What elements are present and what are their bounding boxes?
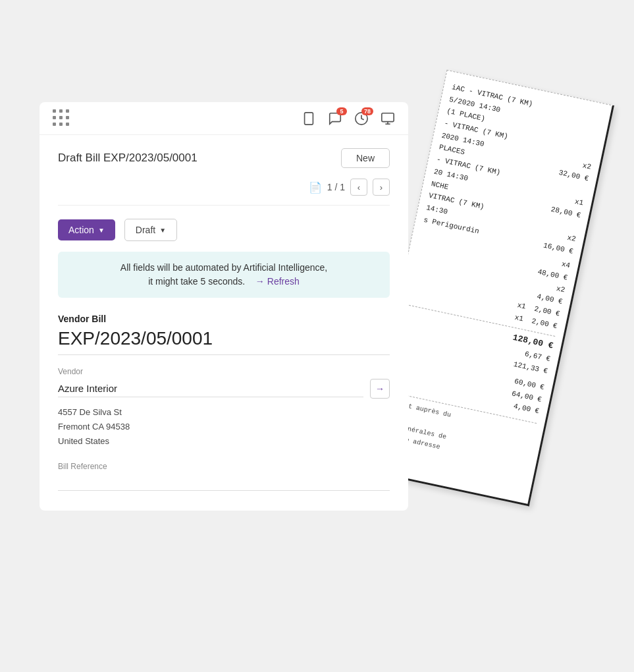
action-dropdown-arrow: ▼ — [98, 227, 105, 234]
refresh-link[interactable]: → Refresh — [255, 275, 300, 289]
phone-icon[interactable] — [302, 111, 316, 126]
chat-badge: 5 — [336, 107, 347, 115]
bill-ref-label: Bill Reference — [58, 462, 390, 471]
vendor-address: 4557 De Silva St Fremont CA 94538 United… — [58, 405, 390, 449]
next-page-button[interactable]: › — [373, 179, 390, 196]
topbar: 5 78 — [40, 102, 408, 135]
refresh-arrow-icon: → — [255, 275, 265, 289]
clock-badge: 78 — [361, 107, 373, 115]
address-line2: Fremont CA 94538 — [58, 420, 390, 434]
chevron-left-icon: ‹ — [357, 182, 360, 192]
draft-button[interactable]: Draft ▼ — [124, 219, 177, 241]
address-line1: 4557 De Silva St — [58, 405, 390, 420]
grid-icon[interactable] — [53, 109, 70, 127]
chevron-right-icon: › — [380, 182, 383, 192]
clock-icon[interactable]: 78 — [354, 111, 369, 126]
refresh-label: Refresh — [267, 275, 300, 289]
document-icon: 📄 — [309, 181, 322, 194]
screen-icon[interactable] — [381, 111, 395, 126]
breadcrumb: Draft Bill EXP/2023/05/0001 — [58, 152, 198, 165]
svg-rect-0 — [305, 112, 313, 124]
form-card: Draft Bill EXP/2023/05/0001 New 📄 1 / 1 … — [40, 135, 408, 511]
svg-rect-3 — [382, 113, 394, 121]
address-line3: United States — [58, 434, 390, 449]
page-counter: 1 / 1 — [327, 182, 345, 192]
vendor-field-label: Vendor — [58, 367, 390, 376]
draft-dropdown-arrow: ▼ — [159, 227, 166, 234]
chat-icon[interactable]: 5 — [328, 111, 342, 126]
new-button[interactable]: New — [341, 148, 390, 168]
bill-number: EXP/2023/05/0001 — [58, 328, 390, 355]
vendor-bill-label: Vendor Bill — [58, 314, 390, 324]
prev-page-button[interactable]: ‹ — [350, 179, 367, 196]
vendor-input[interactable] — [58, 380, 363, 397]
draft-label: Draft — [136, 225, 155, 235]
ai-notice-banner: All fields will be automated by Artifici… — [58, 252, 390, 298]
action-button[interactable]: Action ▼ — [58, 219, 115, 240]
ai-notice-line2: it might take 5 seconds. — [148, 276, 245, 287]
action-label: Action — [68, 225, 94, 235]
ai-notice-line1: All fields will be automated by Artifici… — [120, 262, 327, 273]
vendor-link-button[interactable]: → — [370, 379, 390, 399]
bill-ref-input[interactable] — [58, 474, 390, 491]
